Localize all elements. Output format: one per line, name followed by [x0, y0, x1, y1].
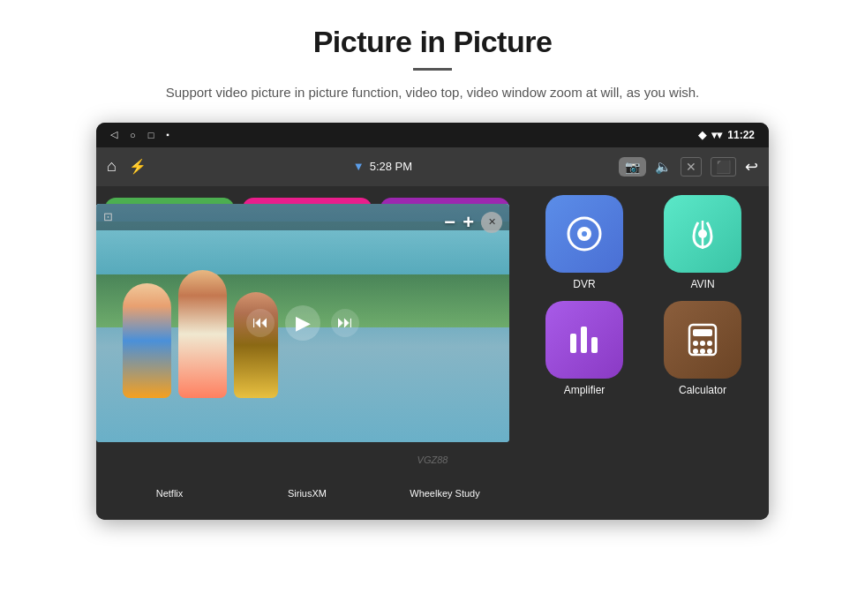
status-bar: ◁ ○ □ ▪ ◆ ▾▾ 11:22 [96, 123, 769, 147]
svg-point-2 [582, 231, 587, 237]
action-bar-center: ▼ 5:28 PM [353, 160, 412, 173]
watermark: VGZ88 [417, 454, 448, 465]
device-frame: ◁ ○ □ ▪ ◆ ▾▾ 11:22 ⌂ ⚡ ▼ 5:28 PM [96, 123, 769, 520]
pip-zoom-minus[interactable]: − [444, 211, 455, 234]
pip-resize-icon[interactable]: ⊡ [103, 210, 113, 223]
home-nav-icon[interactable]: ○ [130, 130, 136, 140]
calculator-icon [681, 318, 725, 362]
svg-rect-7 [591, 337, 598, 353]
app-label-dvr: DVR [573, 278, 595, 290]
pip-video-inner: ⊡ − + ✕ [96, 204, 509, 442]
status-bar-right: ◆ ▾▾ 11:22 [698, 129, 755, 141]
close-pip-icon[interactable]: ✕ [681, 157, 702, 177]
pip-icon[interactable]: ⬛ [711, 157, 736, 177]
app-icon-avin [664, 195, 741, 273]
recents-nav-icon[interactable]: □ [148, 130, 154, 140]
title-divider [413, 68, 452, 71]
app-icon-dvr [545, 195, 623, 273]
action-bar: ⌂ ⚡ ▼ 5:28 PM 📷 🔈 ✕ ⬛ ↩ [96, 147, 769, 186]
app-icon-amplifier [545, 301, 623, 379]
app-label-netflix: Netflix [101, 488, 238, 499]
person-2 [178, 270, 227, 398]
page-title: Picture in Picture [313, 25, 553, 59]
app-label-calculator: Calculator [679, 384, 726, 396]
pip-prev-button[interactable]: ⏮ [246, 309, 275, 337]
svg-rect-9 [693, 329, 712, 336]
pip-next-button[interactable]: ⏭ [331, 309, 359, 337]
signal-icon: ▾▾ [711, 129, 722, 141]
volume-icon[interactable]: 🔈 [655, 159, 672, 175]
person-1 [123, 283, 171, 398]
home-icon[interactable]: ⌂ [107, 157, 117, 176]
wifi-status-icon: ▼ [353, 160, 365, 173]
svg-point-12 [707, 341, 712, 346]
pip-close-button[interactable]: ✕ [481, 212, 502, 233]
status-bar-left: ◁ ○ □ ▪ [110, 129, 169, 140]
avin-icon [681, 212, 725, 256]
app-label-avin: AVIN [690, 278, 714, 290]
right-panel: DVR AVIN [518, 186, 769, 520]
app-row-bottom: Netflix SiriusXM Wheelkey Study [96, 467, 518, 520]
status-time: 11:22 [727, 129, 755, 141]
svg-point-15 [707, 349, 712, 354]
action-bar-time: 5:28 PM [370, 160, 412, 173]
app-card-dvr[interactable]: DVR [530, 195, 638, 290]
back-button[interactable]: ↩ [745, 157, 758, 177]
content-area: ⊡ − + ✕ [96, 186, 769, 520]
page-subtitle: Support video picture in picture functio… [166, 83, 699, 103]
app-card-calculator[interactable]: Calculator [649, 301, 756, 396]
svg-rect-5 [570, 334, 576, 353]
camera-button[interactable]: 📷 [619, 157, 646, 177]
page-wrapper: Picture in Picture Support video picture… [0, 0, 865, 616]
app-card-amplifier[interactable]: Amplifier [530, 301, 638, 396]
app-label-wheelkey: Wheelkey Study [376, 488, 514, 499]
action-bar-left: ⌂ ⚡ [107, 157, 147, 176]
svg-point-10 [693, 341, 698, 346]
svg-point-11 [700, 341, 705, 346]
action-bar-right: 📷 🔈 ✕ ⬛ ↩ [619, 157, 758, 177]
amplifier-icon [562, 318, 606, 362]
usb-icon[interactable]: ⚡ [129, 158, 147, 175]
app-icon-calculator [664, 301, 741, 379]
pip-zoom-plus[interactable]: + [463, 211, 474, 234]
pip-video[interactable]: ⊡ − + ✕ [96, 204, 509, 442]
dvr-icon [562, 212, 606, 256]
svg-point-14 [700, 349, 705, 354]
app-label-amplifier: Amplifier [564, 384, 606, 396]
svg-point-4 [698, 229, 707, 238]
pip-playback-controls: ⏮ ▶ ⏭ [246, 305, 359, 341]
svg-point-13 [693, 349, 698, 354]
app-label-siriusxm: SiriusXM [238, 488, 376, 499]
app-card-avin[interactable]: AVIN [649, 195, 756, 290]
screenshot-icon[interactable]: ▪ [166, 130, 169, 139]
svg-rect-6 [581, 327, 587, 353]
left-panel: ⊡ − + ✕ [96, 186, 518, 520]
pip-zoom-controls: − + ✕ [444, 211, 502, 234]
pip-play-button[interactable]: ▶ [285, 305, 320, 341]
back-nav-icon[interactable]: ◁ [110, 129, 117, 140]
location-icon: ◆ [698, 129, 706, 141]
